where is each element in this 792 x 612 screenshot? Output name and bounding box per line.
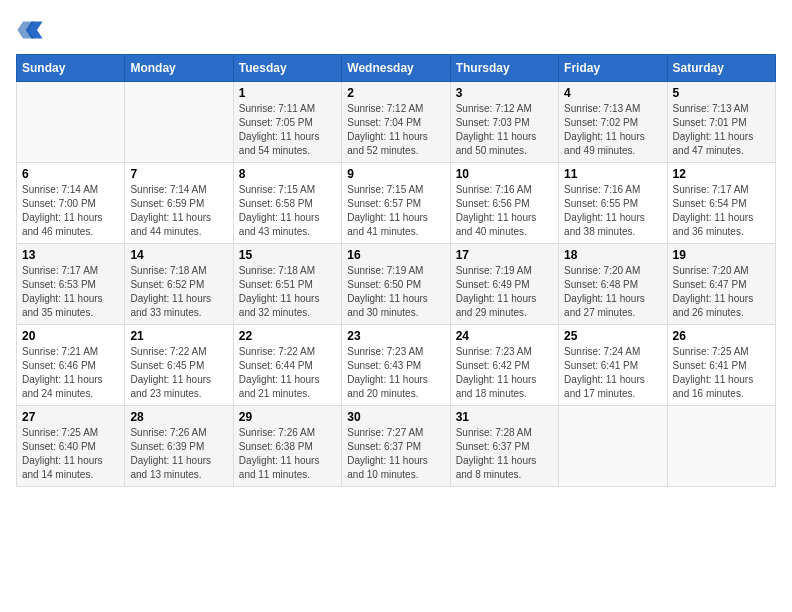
calendar-header: SundayMondayTuesdayWednesdayThursdayFrid… xyxy=(17,55,776,82)
day-info: Sunrise: 7:26 AM Sunset: 6:38 PM Dayligh… xyxy=(239,426,336,482)
calendar-cell: 25Sunrise: 7:24 AM Sunset: 6:41 PM Dayli… xyxy=(559,325,667,406)
calendar-cell: 3Sunrise: 7:12 AM Sunset: 7:03 PM Daylig… xyxy=(450,82,558,163)
day-info: Sunrise: 7:13 AM Sunset: 7:01 PM Dayligh… xyxy=(673,102,770,158)
calendar-cell: 24Sunrise: 7:23 AM Sunset: 6:42 PM Dayli… xyxy=(450,325,558,406)
calendar-cell: 28Sunrise: 7:26 AM Sunset: 6:39 PM Dayli… xyxy=(125,406,233,487)
calendar-cell: 22Sunrise: 7:22 AM Sunset: 6:44 PM Dayli… xyxy=(233,325,341,406)
calendar-cell: 6Sunrise: 7:14 AM Sunset: 7:00 PM Daylig… xyxy=(17,163,125,244)
calendar-cell: 15Sunrise: 7:18 AM Sunset: 6:51 PM Dayli… xyxy=(233,244,341,325)
page-header xyxy=(16,16,776,44)
day-number: 28 xyxy=(130,410,227,424)
day-info: Sunrise: 7:22 AM Sunset: 6:45 PM Dayligh… xyxy=(130,345,227,401)
calendar-cell: 8Sunrise: 7:15 AM Sunset: 6:58 PM Daylig… xyxy=(233,163,341,244)
day-info: Sunrise: 7:14 AM Sunset: 7:00 PM Dayligh… xyxy=(22,183,119,239)
calendar-cell: 2Sunrise: 7:12 AM Sunset: 7:04 PM Daylig… xyxy=(342,82,450,163)
header-day-sunday: Sunday xyxy=(17,55,125,82)
day-number: 26 xyxy=(673,329,770,343)
day-info: Sunrise: 7:28 AM Sunset: 6:37 PM Dayligh… xyxy=(456,426,553,482)
calendar-cell: 11Sunrise: 7:16 AM Sunset: 6:55 PM Dayli… xyxy=(559,163,667,244)
day-number: 25 xyxy=(564,329,661,343)
day-info: Sunrise: 7:17 AM Sunset: 6:53 PM Dayligh… xyxy=(22,264,119,320)
day-info: Sunrise: 7:24 AM Sunset: 6:41 PM Dayligh… xyxy=(564,345,661,401)
calendar-cell: 5Sunrise: 7:13 AM Sunset: 7:01 PM Daylig… xyxy=(667,82,775,163)
calendar-cell: 7Sunrise: 7:14 AM Sunset: 6:59 PM Daylig… xyxy=(125,163,233,244)
day-number: 19 xyxy=(673,248,770,262)
week-row-4: 27Sunrise: 7:25 AM Sunset: 6:40 PM Dayli… xyxy=(17,406,776,487)
day-info: Sunrise: 7:18 AM Sunset: 6:52 PM Dayligh… xyxy=(130,264,227,320)
calendar-cell: 27Sunrise: 7:25 AM Sunset: 6:40 PM Dayli… xyxy=(17,406,125,487)
day-info: Sunrise: 7:12 AM Sunset: 7:04 PM Dayligh… xyxy=(347,102,444,158)
day-info: Sunrise: 7:23 AM Sunset: 6:43 PM Dayligh… xyxy=(347,345,444,401)
day-number: 18 xyxy=(564,248,661,262)
day-number: 10 xyxy=(456,167,553,181)
logo xyxy=(16,16,48,44)
day-number: 24 xyxy=(456,329,553,343)
day-info: Sunrise: 7:11 AM Sunset: 7:05 PM Dayligh… xyxy=(239,102,336,158)
calendar-cell: 16Sunrise: 7:19 AM Sunset: 6:50 PM Dayli… xyxy=(342,244,450,325)
calendar-table: SundayMondayTuesdayWednesdayThursdayFrid… xyxy=(16,54,776,487)
day-number: 29 xyxy=(239,410,336,424)
calendar-body: 1Sunrise: 7:11 AM Sunset: 7:05 PM Daylig… xyxy=(17,82,776,487)
day-number: 4 xyxy=(564,86,661,100)
day-number: 7 xyxy=(130,167,227,181)
calendar-cell: 10Sunrise: 7:16 AM Sunset: 6:56 PM Dayli… xyxy=(450,163,558,244)
day-number: 3 xyxy=(456,86,553,100)
day-number: 6 xyxy=(22,167,119,181)
header-day-saturday: Saturday xyxy=(667,55,775,82)
day-info: Sunrise: 7:20 AM Sunset: 6:48 PM Dayligh… xyxy=(564,264,661,320)
calendar-cell: 21Sunrise: 7:22 AM Sunset: 6:45 PM Dayli… xyxy=(125,325,233,406)
day-number: 31 xyxy=(456,410,553,424)
day-number: 2 xyxy=(347,86,444,100)
day-number: 22 xyxy=(239,329,336,343)
calendar-cell: 23Sunrise: 7:23 AM Sunset: 6:43 PM Dayli… xyxy=(342,325,450,406)
day-info: Sunrise: 7:16 AM Sunset: 6:56 PM Dayligh… xyxy=(456,183,553,239)
day-number: 20 xyxy=(22,329,119,343)
day-info: Sunrise: 7:20 AM Sunset: 6:47 PM Dayligh… xyxy=(673,264,770,320)
day-info: Sunrise: 7:26 AM Sunset: 6:39 PM Dayligh… xyxy=(130,426,227,482)
calendar-cell: 9Sunrise: 7:15 AM Sunset: 6:57 PM Daylig… xyxy=(342,163,450,244)
calendar-cell: 20Sunrise: 7:21 AM Sunset: 6:46 PM Dayli… xyxy=(17,325,125,406)
day-number: 12 xyxy=(673,167,770,181)
day-number: 15 xyxy=(239,248,336,262)
calendar-cell xyxy=(667,406,775,487)
day-info: Sunrise: 7:23 AM Sunset: 6:42 PM Dayligh… xyxy=(456,345,553,401)
header-day-wednesday: Wednesday xyxy=(342,55,450,82)
day-info: Sunrise: 7:15 AM Sunset: 6:58 PM Dayligh… xyxy=(239,183,336,239)
day-number: 30 xyxy=(347,410,444,424)
week-row-0: 1Sunrise: 7:11 AM Sunset: 7:05 PM Daylig… xyxy=(17,82,776,163)
day-info: Sunrise: 7:12 AM Sunset: 7:03 PM Dayligh… xyxy=(456,102,553,158)
day-number: 5 xyxy=(673,86,770,100)
day-info: Sunrise: 7:27 AM Sunset: 6:37 PM Dayligh… xyxy=(347,426,444,482)
header-day-tuesday: Tuesday xyxy=(233,55,341,82)
day-number: 1 xyxy=(239,86,336,100)
day-info: Sunrise: 7:15 AM Sunset: 6:57 PM Dayligh… xyxy=(347,183,444,239)
day-number: 21 xyxy=(130,329,227,343)
day-info: Sunrise: 7:17 AM Sunset: 6:54 PM Dayligh… xyxy=(673,183,770,239)
header-day-monday: Monday xyxy=(125,55,233,82)
calendar-cell: 17Sunrise: 7:19 AM Sunset: 6:49 PM Dayli… xyxy=(450,244,558,325)
calendar-cell: 12Sunrise: 7:17 AM Sunset: 6:54 PM Dayli… xyxy=(667,163,775,244)
calendar-cell xyxy=(17,82,125,163)
day-number: 13 xyxy=(22,248,119,262)
header-day-friday: Friday xyxy=(559,55,667,82)
week-row-2: 13Sunrise: 7:17 AM Sunset: 6:53 PM Dayli… xyxy=(17,244,776,325)
day-info: Sunrise: 7:19 AM Sunset: 6:50 PM Dayligh… xyxy=(347,264,444,320)
calendar-cell xyxy=(559,406,667,487)
calendar-cell xyxy=(125,82,233,163)
calendar-cell: 31Sunrise: 7:28 AM Sunset: 6:37 PM Dayli… xyxy=(450,406,558,487)
day-info: Sunrise: 7:16 AM Sunset: 6:55 PM Dayligh… xyxy=(564,183,661,239)
calendar-cell: 18Sunrise: 7:20 AM Sunset: 6:48 PM Dayli… xyxy=(559,244,667,325)
calendar-cell: 13Sunrise: 7:17 AM Sunset: 6:53 PM Dayli… xyxy=(17,244,125,325)
week-row-1: 6Sunrise: 7:14 AM Sunset: 7:00 PM Daylig… xyxy=(17,163,776,244)
day-info: Sunrise: 7:25 AM Sunset: 6:41 PM Dayligh… xyxy=(673,345,770,401)
day-info: Sunrise: 7:13 AM Sunset: 7:02 PM Dayligh… xyxy=(564,102,661,158)
calendar-cell: 29Sunrise: 7:26 AM Sunset: 6:38 PM Dayli… xyxy=(233,406,341,487)
calendar-cell: 26Sunrise: 7:25 AM Sunset: 6:41 PM Dayli… xyxy=(667,325,775,406)
header-day-thursday: Thursday xyxy=(450,55,558,82)
day-number: 17 xyxy=(456,248,553,262)
day-number: 27 xyxy=(22,410,119,424)
logo-icon xyxy=(16,16,44,44)
calendar-cell: 4Sunrise: 7:13 AM Sunset: 7:02 PM Daylig… xyxy=(559,82,667,163)
week-row-3: 20Sunrise: 7:21 AM Sunset: 6:46 PM Dayli… xyxy=(17,325,776,406)
calendar-cell: 30Sunrise: 7:27 AM Sunset: 6:37 PM Dayli… xyxy=(342,406,450,487)
